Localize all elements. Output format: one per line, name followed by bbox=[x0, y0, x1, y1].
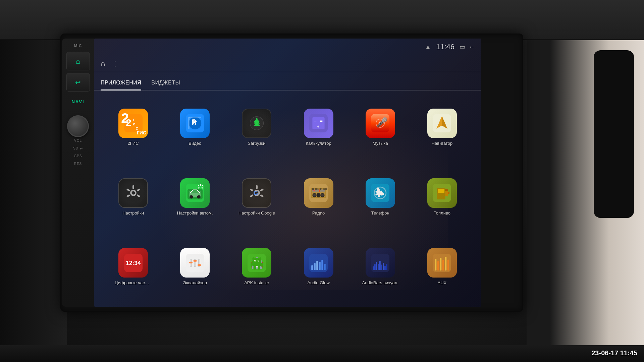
app-label-car-settings: Настройки автом. bbox=[177, 210, 213, 216]
svg-rect-123 bbox=[381, 264, 382, 270]
car-settings-svg bbox=[186, 184, 204, 202]
music-svg: 🎤 bbox=[371, 114, 389, 132]
svg-text:+: + bbox=[317, 124, 320, 129]
app-phone[interactable]: ✱ Телефон bbox=[351, 164, 410, 230]
svg-point-45 bbox=[197, 195, 200, 199]
app-label-apk: APK installer bbox=[244, 280, 269, 285]
svg-point-72 bbox=[313, 194, 316, 197]
main-screen: ▲ 11:46 ▭ ← ⌂ ⋮ ПРИЛОЖЕНИЯ ВИДЖЕТЫ 2 Г bbox=[94, 39, 481, 307]
app-audioglow[interactable]: Audio Glow bbox=[289, 234, 348, 300]
right-car-panel bbox=[527, 0, 644, 362]
app-icon-music: 🎤 bbox=[366, 109, 395, 138]
app-audiobars[interactable]: AudioBars визуал. bbox=[351, 234, 410, 300]
phone-svg: ✱ bbox=[371, 184, 389, 202]
app-navigator[interactable]: Навигатор bbox=[413, 94, 471, 160]
svg-rect-131 bbox=[442, 260, 444, 270]
svg-rect-91 bbox=[193, 260, 197, 262]
app-radio[interactable]: 88 90 92 94 96 98 100 102 104 106 108 Ра… bbox=[289, 164, 348, 230]
app-settings[interactable]: Настройки bbox=[104, 164, 162, 230]
svg-rect-90 bbox=[189, 262, 193, 263]
svg-rect-112 bbox=[321, 260, 323, 270]
tabs-bar: ПРИЛОЖЕНИЯ ВИДЖЕТЫ bbox=[94, 72, 481, 90]
svg-rect-125 bbox=[384, 265, 386, 270]
svg-text:−: − bbox=[314, 119, 317, 124]
app-label-navigator: Навигатор bbox=[432, 141, 452, 146]
tab-apps[interactable]: ПРИЛОЖЕНИЯ bbox=[101, 80, 141, 90]
app-label-google-settings: Настройки Google bbox=[238, 210, 275, 216]
settings-svg bbox=[124, 184, 143, 202]
svg-rect-68 bbox=[314, 190, 315, 191]
app-apk[interactable]: 🤖 APK installer bbox=[227, 234, 286, 300]
app-downloads[interactable]: Загрузки bbox=[227, 94, 286, 160]
svg-text:=: = bbox=[320, 119, 323, 123]
svg-point-44 bbox=[190, 195, 193, 199]
app-icon-settings bbox=[118, 178, 148, 208]
app-icon-clock: 12:34 bbox=[118, 248, 148, 278]
equalizer-svg bbox=[186, 254, 204, 272]
svg-text:12:34: 12:34 bbox=[126, 260, 141, 266]
app-clock[interactable]: 12:34 Цифровые часы Х.. bbox=[104, 234, 162, 300]
mic-label: MIC bbox=[74, 44, 82, 48]
app-label-clock: Цифровые часы Х.. bbox=[115, 280, 152, 285]
app-icon-audioglow bbox=[304, 248, 333, 278]
app-icon-car-settings bbox=[180, 178, 210, 208]
svg-rect-121 bbox=[378, 264, 379, 270]
svg-text:Г: Г bbox=[133, 118, 135, 122]
app-label-settings: Настройки bbox=[122, 210, 144, 216]
left-car-panel bbox=[0, 0, 67, 362]
app-label-phone: Телефон bbox=[371, 210, 389, 216]
home-button[interactable]: ⌂ bbox=[66, 52, 90, 70]
audioglow-svg bbox=[309, 254, 328, 272]
svg-rect-106 bbox=[258, 266, 260, 269]
app-label-video: Видео bbox=[189, 141, 201, 146]
app-label-aux: AUX bbox=[438, 280, 447, 285]
app-music[interactable]: 🎤 Музыка bbox=[351, 94, 410, 160]
svg-rect-83 bbox=[445, 189, 448, 191]
aux-svg bbox=[433, 254, 451, 272]
app-2gis[interactable]: 2 Г И С 2ГИС bbox=[104, 94, 162, 160]
svg-rect-111 bbox=[319, 262, 321, 270]
gps-label: GPS bbox=[74, 154, 82, 158]
svg-text:G: G bbox=[253, 190, 258, 197]
navi-button[interactable]: NAVI bbox=[66, 94, 90, 109]
fuel-svg bbox=[433, 184, 451, 202]
back-button[interactable]: ↩ bbox=[66, 73, 90, 92]
svg-rect-82 bbox=[445, 190, 448, 196]
app-fuel[interactable]: Топливо bbox=[413, 164, 471, 230]
app-label-equalizer: Эквалайзер bbox=[183, 280, 207, 285]
back-nav-icon: ← bbox=[469, 44, 475, 51]
app-aux[interactable]: AUX bbox=[413, 234, 471, 300]
app-equalizer[interactable]: Эквалайзер bbox=[166, 234, 224, 300]
volume-knob[interactable] bbox=[67, 115, 89, 137]
res-label: RES bbox=[74, 162, 82, 166]
dashboard-bottom bbox=[0, 345, 644, 362]
audiobars-svg bbox=[371, 254, 389, 272]
app-car-settings[interactable]: Настройки автом. bbox=[166, 164, 224, 230]
svg-rect-81 bbox=[438, 189, 444, 193]
app-calculator[interactable]: − = + Калькулятор bbox=[289, 94, 348, 160]
svg-rect-98 bbox=[252, 262, 262, 266]
home-nav-icon[interactable]: ⌂ bbox=[101, 59, 105, 68]
svg-rect-120 bbox=[376, 262, 377, 270]
svg-rect-122 bbox=[379, 261, 381, 270]
svg-rect-113 bbox=[324, 264, 326, 270]
status-bar: ▲ 11:46 ▭ ← bbox=[94, 39, 481, 55]
svg-rect-50 bbox=[200, 184, 201, 186]
menu-icon[interactable]: ⋮ bbox=[112, 60, 119, 68]
app-google-settings[interactable]: G Настройки Google bbox=[227, 164, 286, 230]
app-label-downloads: Загрузки bbox=[248, 141, 265, 146]
app-video[interactable]: 3 Видео bbox=[166, 94, 224, 160]
svg-point-53 bbox=[199, 186, 201, 188]
svg-rect-105 bbox=[253, 266, 256, 269]
svg-rect-75 bbox=[317, 193, 320, 198]
right-vent bbox=[594, 50, 634, 218]
svg-text:2: 2 bbox=[126, 117, 131, 128]
video-svg: 3 bbox=[186, 114, 204, 132]
tab-widgets[interactable]: ВИДЖЕТЫ bbox=[151, 80, 180, 90]
app-label-music: Музыка bbox=[373, 141, 388, 146]
svg-rect-104 bbox=[261, 262, 263, 267]
app-icon-equalizer bbox=[180, 248, 210, 278]
svg-rect-37 bbox=[132, 185, 134, 189]
svg-point-101 bbox=[255, 260, 256, 261]
svg-text:🎤: 🎤 bbox=[376, 117, 388, 128]
